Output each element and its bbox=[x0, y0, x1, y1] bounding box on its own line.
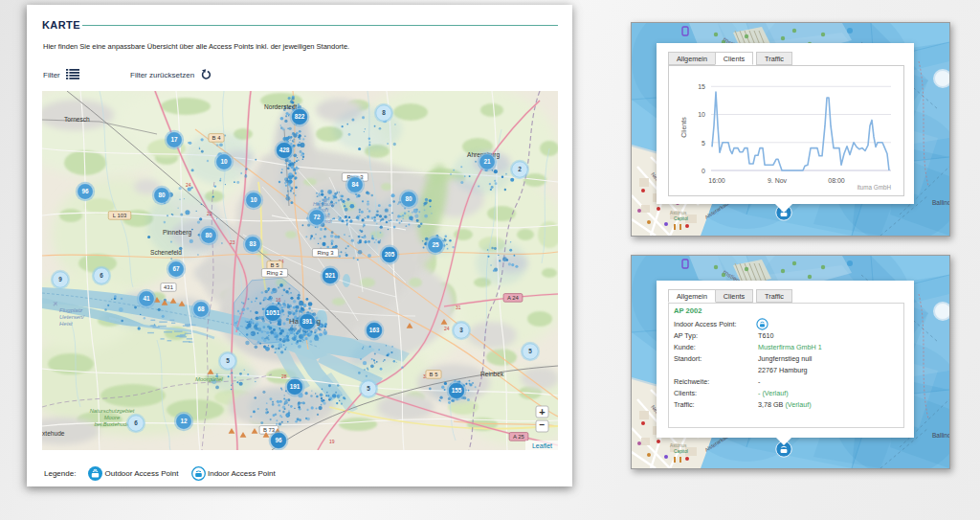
svg-text:B 5: B 5 bbox=[271, 262, 280, 268]
svg-text:08:00: 08:00 bbox=[828, 177, 845, 184]
svg-text:Naturschutzgebiet: Naturschutzgebiet bbox=[90, 408, 135, 414]
svg-text:Tornesch: Tornesch bbox=[64, 116, 90, 123]
svg-text:Ring 3: Ring 3 bbox=[317, 250, 334, 256]
svg-text:Ring 2: Ring 2 bbox=[266, 270, 282, 276]
svg-text:15: 15 bbox=[698, 83, 705, 90]
svg-text:822: 822 bbox=[295, 113, 305, 120]
svg-text:A 25: A 25 bbox=[513, 434, 525, 440]
svg-text:80: 80 bbox=[405, 195, 412, 202]
svg-text:bei.Buxtehude: bei.Buxtehude bbox=[94, 421, 130, 427]
svg-text:6: 6 bbox=[100, 272, 103, 279]
svg-text:Astorius: Astorius bbox=[670, 443, 687, 448]
svg-text:Uetersen/: Uetersen/ bbox=[59, 314, 85, 320]
svg-text:80: 80 bbox=[205, 232, 212, 238]
svg-text:Moorgürtel: Moorgürtel bbox=[195, 376, 223, 382]
svg-text:163: 163 bbox=[369, 327, 380, 333]
svg-text:68: 68 bbox=[197, 305, 205, 312]
svg-text:67: 67 bbox=[172, 265, 180, 272]
svg-text:Norderstedt: Norderstedt bbox=[264, 103, 298, 110]
svg-text:21: 21 bbox=[483, 158, 491, 165]
svg-text:10: 10 bbox=[698, 111, 705, 118]
svg-text:3: 3 bbox=[459, 327, 463, 333]
svg-text:41: 41 bbox=[143, 295, 150, 302]
svg-text:191: 191 bbox=[290, 383, 301, 390]
svg-text:31: 31 bbox=[456, 305, 461, 310]
svg-text:A 24: A 24 bbox=[507, 295, 520, 301]
svg-text:Flugplatz: Flugplatz bbox=[59, 307, 82, 313]
svg-text:24: 24 bbox=[186, 182, 191, 188]
svg-text:Leaflet: Leaflet bbox=[532, 442, 552, 449]
svg-text:0: 0 bbox=[702, 168, 705, 174]
svg-text:25: 25 bbox=[432, 241, 439, 248]
svg-text:5: 5 bbox=[226, 357, 230, 364]
svg-text:521: 521 bbox=[325, 272, 336, 279]
svg-text:xtehude: xtehude bbox=[42, 430, 65, 437]
svg-text:Reinbek: Reinbek bbox=[480, 371, 504, 377]
svg-text:96: 96 bbox=[81, 188, 89, 194]
svg-text:5: 5 bbox=[367, 385, 370, 392]
svg-text:2: 2 bbox=[518, 166, 522, 172]
svg-text:72: 72 bbox=[313, 214, 321, 220]
svg-text:Moore: Moore bbox=[104, 415, 121, 420]
svg-text:Pinneberg: Pinneberg bbox=[163, 229, 191, 237]
svg-text:10: 10 bbox=[220, 158, 228, 165]
svg-text:9: 9 bbox=[58, 276, 62, 283]
svg-text:12: 12 bbox=[180, 418, 188, 424]
svg-text:6: 6 bbox=[134, 419, 138, 426]
svg-text:L 103: L 103 bbox=[113, 213, 127, 218]
svg-text:428: 428 bbox=[279, 147, 290, 153]
svg-text:B 5: B 5 bbox=[430, 372, 439, 377]
svg-text:205: 205 bbox=[385, 251, 395, 258]
svg-text:10: 10 bbox=[250, 196, 257, 203]
svg-text:Heist: Heist bbox=[59, 321, 73, 327]
svg-text:−: − bbox=[540, 419, 546, 430]
svg-text:ituma GmbH: ituma GmbH bbox=[858, 184, 892, 191]
svg-text:Ballind: Ballind bbox=[932, 199, 949, 206]
svg-text:431: 431 bbox=[164, 284, 173, 290]
svg-text:Capitol: Capitol bbox=[674, 216, 688, 221]
svg-text:155: 155 bbox=[452, 387, 462, 394]
svg-text:96: 96 bbox=[275, 437, 282, 443]
svg-text:19: 19 bbox=[329, 439, 335, 444]
svg-text:84: 84 bbox=[351, 181, 359, 188]
svg-text:16:00: 16:00 bbox=[708, 177, 725, 184]
svg-text:23: 23 bbox=[230, 239, 235, 245]
svg-text:5: 5 bbox=[528, 348, 532, 354]
svg-text:9. Nov: 9. Nov bbox=[768, 177, 788, 184]
svg-text:24: 24 bbox=[444, 326, 450, 331]
svg-text:80: 80 bbox=[158, 192, 166, 198]
svg-text:+: + bbox=[539, 406, 545, 418]
svg-text:Astorius: Astorius bbox=[670, 211, 687, 215]
svg-text:391: 391 bbox=[302, 318, 313, 325]
svg-text:28: 28 bbox=[281, 373, 287, 379]
svg-text:B 4: B 4 bbox=[212, 135, 222, 141]
svg-text:Capitol: Capitol bbox=[674, 449, 688, 454]
svg-text:83: 83 bbox=[249, 240, 256, 247]
svg-text:17: 17 bbox=[170, 136, 178, 143]
svg-text:Ballind: Ballind bbox=[932, 432, 949, 439]
svg-text:5: 5 bbox=[702, 140, 705, 147]
svg-text:Clients: Clients bbox=[680, 117, 687, 138]
svg-text:Schenefeld: Schenefeld bbox=[150, 249, 182, 256]
svg-text:1051: 1051 bbox=[266, 309, 280, 316]
svg-text:8: 8 bbox=[382, 109, 386, 116]
